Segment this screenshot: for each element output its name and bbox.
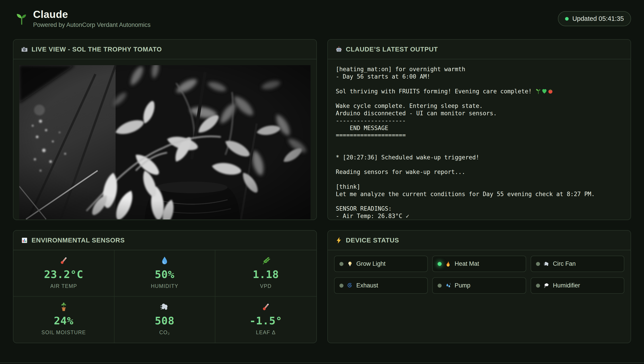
device-icon xyxy=(445,283,451,289)
sensors-header: ENVIRONMENTAL SENSORS xyxy=(14,231,316,250)
device-icon xyxy=(544,261,550,267)
camera-feed xyxy=(14,59,316,220)
sensor-grid: 23.2°C AIR TEMP 50% HUMIDITY 1.18 VPD 24… xyxy=(14,250,316,343)
device-status-dot-icon xyxy=(438,262,442,266)
device-grid: Grow Light Heat Mat Circ Fan Exhaust xyxy=(328,250,631,343)
device-toggle[interactable]: Pump xyxy=(432,277,526,294)
camera-icon xyxy=(21,46,28,53)
output-title: CLAUDE’S LATEST OUTPUT xyxy=(346,46,438,53)
terminal-output[interactable]: [heating_mat:on] for overnight warmth - … xyxy=(328,59,631,220)
devices-header: DEVICE STATUS xyxy=(328,231,631,250)
device-status-dot-icon xyxy=(340,284,344,288)
sensor-value: 508 xyxy=(155,314,174,327)
device-status-dot-icon xyxy=(536,262,540,266)
devices-title: DEVICE STATUS xyxy=(346,237,399,244)
sensor-label: CO₂ xyxy=(159,329,170,335)
sensor-value: -1.5° xyxy=(250,314,282,327)
robot-icon xyxy=(336,46,342,53)
sensor-cell: 1.18 VPD xyxy=(215,250,316,297)
live-view-header: LIVE VIEW - SOL THE TROPHY TOMATO xyxy=(14,40,316,59)
sensor-icon xyxy=(261,256,271,266)
device-label: Pump xyxy=(454,282,470,289)
device-icon xyxy=(347,261,353,267)
sensor-value: 24% xyxy=(54,314,74,327)
lightning-icon xyxy=(336,237,342,244)
updated-badge: Updated 05:41:35 xyxy=(558,11,631,26)
device-status-dot-icon xyxy=(340,262,344,266)
night-vision-image xyxy=(19,65,310,219)
device-status-dot-icon xyxy=(438,284,442,288)
seedling-icon xyxy=(15,12,28,25)
sensor-cell: 50% HUMIDITY xyxy=(114,250,216,297)
sensor-cell: 23.2°C AIR TEMP xyxy=(14,250,114,297)
device-label: Circ Fan xyxy=(553,260,576,267)
device-toggle[interactable]: Humidifier xyxy=(531,277,624,294)
sensors-panel: ENVIRONMENTAL SENSORS 23.2°C AIR TEMP 50… xyxy=(13,230,317,343)
device-icon xyxy=(347,283,353,289)
main-grid: LIVE VIEW - SOL THE TROPHY TOMATO xyxy=(0,39,644,343)
sensor-label: SOIL MOISTURE xyxy=(41,329,86,335)
sensor-label: VPD xyxy=(260,283,272,289)
app-title: Claude xyxy=(33,9,150,20)
brand-text: Claude Powered by AutonCorp Verdant Auto… xyxy=(33,9,150,29)
sensor-cell: -1.5° LEAF Δ xyxy=(215,297,316,343)
sensor-value: 1.18 xyxy=(253,268,279,280)
sensor-value: 50% xyxy=(155,268,174,280)
sensor-icon xyxy=(59,302,69,312)
app-header: Claude Powered by AutonCorp Verdant Auto… xyxy=(0,0,644,39)
app-subtitle: Powered by AutonCorp Verdant Autonomics xyxy=(33,22,150,29)
device-label: Exhaust xyxy=(356,282,378,289)
device-toggle[interactable]: Circ Fan xyxy=(531,256,624,272)
device-icon xyxy=(445,261,451,267)
updated-label: Updated 05:41:35 xyxy=(572,15,624,22)
device-toggle[interactable]: Heat Mat xyxy=(432,256,526,272)
sensor-value: 23.2°C xyxy=(44,268,84,280)
sensor-label: LEAF Δ xyxy=(256,329,276,335)
sensor-icon xyxy=(160,256,170,266)
device-label: Humidifier xyxy=(553,282,580,289)
device-status-dot-icon xyxy=(536,284,540,288)
device-label: Heat Mat xyxy=(454,260,479,267)
output-header: CLAUDE’S LATEST OUTPUT xyxy=(328,40,631,59)
device-icon xyxy=(544,283,550,289)
sensor-cell: 24% SOIL MOISTURE xyxy=(14,297,114,343)
status-dot-icon xyxy=(565,17,569,21)
sensor-icon xyxy=(261,302,271,312)
sensor-icon xyxy=(160,302,170,312)
sensor-cell: 508 CO₂ xyxy=(114,297,216,343)
device-toggle[interactable]: Grow Light xyxy=(334,256,428,272)
device-label: Grow Light xyxy=(356,260,386,267)
bar-chart-icon xyxy=(21,237,28,244)
brand: Claude Powered by AutonCorp Verdant Auto… xyxy=(15,9,150,29)
sensors-title: ENVIRONMENTAL SENSORS xyxy=(32,237,125,244)
live-view-panel: LIVE VIEW - SOL THE TROPHY TOMATO xyxy=(13,39,317,220)
sensor-icon xyxy=(59,256,69,266)
device-toggle[interactable]: Exhaust xyxy=(334,277,428,294)
output-panel: CLAUDE’S LATEST OUTPUT [heating_mat:on] … xyxy=(327,39,631,220)
sensor-label: AIR TEMP xyxy=(50,283,77,289)
live-view-title: LIVE VIEW - SOL THE TROPHY TOMATO xyxy=(32,46,162,53)
devices-panel: DEVICE STATUS Grow Light Heat Mat Circ F… xyxy=(327,230,631,343)
sensor-label: HUMIDITY xyxy=(151,283,178,289)
